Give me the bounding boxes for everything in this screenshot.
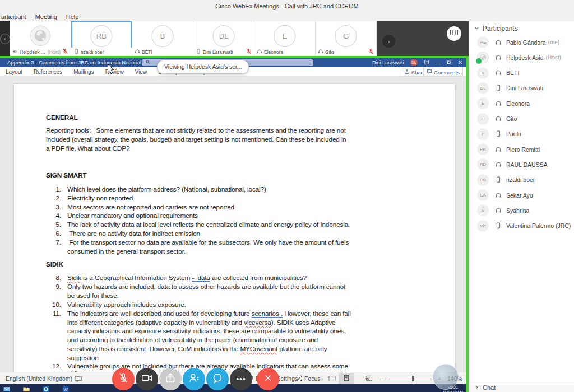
language-status[interactable]: English (United Kingdom) [6, 372, 72, 385]
restore-button[interactable] [447, 59, 452, 66]
proofing-icon[interactable] [75, 372, 82, 385]
document-line: consumed in the general transport sector… [46, 248, 186, 255]
document-line: 5.The lack of activity data at local lev… [46, 221, 350, 228]
document-heading: SIDIK [46, 260, 63, 268]
muted-mic-icon [368, 48, 374, 55]
focus-button[interactable]: Focus [296, 372, 321, 385]
headset-icon [495, 161, 502, 168]
focus-icon [296, 375, 302, 382]
participant-name: BETI [506, 69, 519, 76]
chevron-right-icon [474, 384, 479, 391]
participants-panel: Participants PGPablo Gándara(me)Helpdesk… [469, 22, 574, 392]
participant-row[interactable]: Helpdesk Asia(Host) [469, 50, 574, 65]
avatar: P [477, 128, 489, 140]
avatar: PG [477, 36, 489, 48]
web-layout-button[interactable] [361, 373, 377, 384]
more-options-button[interactable]: ••• [230, 368, 252, 390]
headset-icon [495, 192, 502, 199]
chat-button[interactable] [206, 368, 229, 390]
ribbon-tab-view[interactable]: View [129, 69, 153, 75]
ribbon-display-options-icon[interactable] [424, 59, 429, 66]
chat-panel-header[interactable]: Chat [469, 382, 574, 392]
menu-bar: articipantMeetingHelp [0, 12, 574, 21]
zoom-slider[interactable] [389, 379, 432, 379]
read-mode-icon [328, 375, 336, 383]
menu-item-help[interactable]: Help [66, 13, 79, 20]
participant-role: (Host) [546, 54, 561, 60]
zoom-out-button[interactable]: − [380, 372, 383, 385]
participant-row[interactable]: PRPiero Remitti [469, 142, 574, 157]
phone-icon [495, 85, 502, 91]
minimize-button[interactable]: — [436, 60, 441, 66]
document-line: 8.Sidik is a Geographical Information Sy… [46, 274, 307, 282]
ribbon-tab-layout[interactable]: Layout [0, 69, 28, 75]
layout-view-button[interactable] [447, 26, 461, 41]
muted-mic-icon [62, 48, 68, 55]
menu-item-articipant[interactable]: articipant [1, 13, 26, 20]
thumbnail-name: Dini Laraswati [203, 49, 233, 55]
document-line: 9.Only two hazards are included. data to… [46, 283, 345, 291]
comments-button[interactable]: Comments [423, 68, 463, 77]
read-mode-button[interactable] [324, 373, 340, 384]
close-button[interactable]: ✕ [458, 59, 462, 66]
mute-button[interactable] [112, 368, 135, 390]
taskbar-date: 11/05/2020 [442, 390, 464, 392]
participant-role: (me) [548, 39, 560, 45]
share-content-button[interactable] [159, 368, 182, 390]
thumbnail-scroll-left-button[interactable]: ‹ [0, 21, 10, 56]
ribbon-tab-mailings[interactable]: Mailings [68, 69, 100, 75]
avatar: RD [477, 158, 489, 170]
more-icon: ••• [236, 376, 246, 382]
participant-row[interactable]: EEleonora [469, 96, 574, 111]
video-thumbnail[interactable]: BBETI [132, 21, 193, 56]
taskbar-word-icon[interactable]: W [62, 385, 69, 391]
camera-button[interactable] [136, 368, 158, 390]
video-thumbnail[interactable]: EEleonora [254, 21, 316, 56]
taskbar-mail-icon[interactable] [3, 385, 10, 391]
participants-button[interactable] [183, 368, 205, 390]
taskbar-outlook-icon[interactable] [43, 385, 49, 391]
participant-row[interactable]: RDRAUL DAUSSA [469, 157, 574, 172]
participant-row[interactable]: PGPablo Gándara(me) [469, 35, 574, 50]
participant-row[interactable]: BBETI [469, 66, 574, 81]
floating-overlay-bubble[interactable] [433, 364, 459, 390]
participant-row[interactable]: DLDini Laraswati [469, 81, 574, 96]
participant-name: Syahrina [506, 207, 529, 214]
participant-name: Gito [506, 115, 517, 122]
taskbar-file-explorer-icon[interactable] [23, 385, 30, 391]
document-line: into different categories (adaptive capa… [46, 319, 335, 326]
menu-item-meeting[interactable]: Meeting [35, 13, 57, 20]
document-line: included (overall strategy, the goals, b… [46, 136, 346, 143]
thumbnail-name: Eleonora [264, 49, 283, 55]
document-canvas[interactable]: GENERALReporting tools: Some elements th… [0, 77, 466, 372]
participant-row[interactable]: VPValentina Palermo (JRC) [469, 218, 574, 234]
avatar: DL [213, 25, 235, 47]
participant-name: Piero Remitti [506, 146, 540, 153]
video-thumbnail[interactable]: GGito [316, 21, 377, 56]
participant-name: Sekar Ayu [506, 192, 533, 199]
phone-icon [495, 176, 502, 183]
avatar: B [477, 67, 489, 79]
filmstrip-icon [449, 27, 459, 40]
video-thumbnail[interactable]: RBrizaldi boer [71, 21, 132, 56]
participant-row[interactable]: SASekar Ayu [469, 188, 574, 203]
print-layout-button[interactable] [339, 373, 354, 384]
video-thumbnail[interactable]: Helpdesk Asia(Host) [10, 21, 71, 56]
thumbnail-scroll-right-button[interactable]: › [382, 35, 395, 48]
shared-word-window: Appendix 3 - Comments from JRC on Indone… [0, 58, 466, 384]
document-line: a PDF file, What about CDP? [46, 144, 129, 152]
viewing-tooltip: Viewing Helpdesk Asia's scr... [157, 60, 249, 74]
thumbnail-name: rizaldi boer [81, 49, 104, 55]
leave-meeting-button[interactable] [257, 368, 279, 390]
account-avatar[interactable]: DL [410, 59, 418, 66]
zoom-slider-thumb[interactable] [412, 376, 414, 381]
video-thumbnail[interactable]: DLDini Laraswati [193, 21, 254, 56]
participants-header[interactable]: Participants [469, 22, 574, 35]
participant-row[interactable]: SSyahrina [469, 203, 574, 218]
participant-row[interactable]: GGito [469, 111, 574, 127]
participant-row[interactable]: PPaolo [469, 127, 574, 142]
participants-icon [188, 372, 200, 386]
participant-row[interactable]: RBrizaldi boer [469, 172, 574, 188]
ribbon-tab-references[interactable]: References [28, 69, 68, 75]
app-titlebar: Cisco WebEx Meetings - Call with JRC and… [0, 0, 574, 12]
